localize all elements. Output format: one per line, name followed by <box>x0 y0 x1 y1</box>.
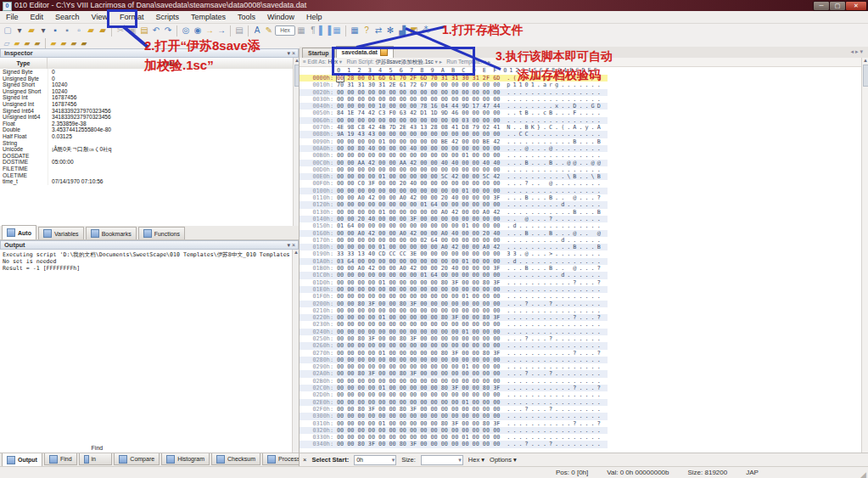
hex-row[interactable]: 0090h:00 00 00 00 01 00 00 00 00 00 BE 4… <box>300 138 608 145</box>
tab-compare[interactable]: Compare <box>114 453 160 465</box>
calculator-icon[interactable]: ▦ <box>349 25 361 37</box>
hex-row[interactable]: 0260h:00 00 00 00 00 00 00 00 00 00 00 0… <box>300 342 608 349</box>
hex-row[interactable]: 0040h:00 00 00 00 10 00 00 00 78 16 04 4… <box>300 103 608 110</box>
inspector-row[interactable]: Unsigned Short10240 <box>0 88 293 95</box>
menu-window[interactable]: Window <box>261 11 300 23</box>
save-all-icon[interactable]: ▫ <box>73 25 85 37</box>
inspector-row[interactable]: DOSDATE <box>0 153 293 160</box>
hex-row[interactable]: 0300h:00 00 00 00 00 00 00 00 00 00 00 0… <box>300 413 608 419</box>
menu-search[interactable]: Search <box>49 11 86 23</box>
inspector-row[interactable]: Unsigned Int643418339237970323456 <box>0 114 293 121</box>
hex-row[interactable]: 00B0h:00 00 00 00 00 00 00 00 00 00 00 0… <box>300 152 608 159</box>
inspector-close-icon[interactable]: × <box>292 50 295 56</box>
hex-row[interactable]: 01A0h:03 64 00 00 00 00 00 00 00 00 00 0… <box>300 258 608 265</box>
goto-icon[interactable]: → <box>204 25 216 37</box>
menu-edit[interactable]: Edit <box>25 11 50 23</box>
inspector-row[interactable]: OLETIME <box>0 172 293 179</box>
tab-functions[interactable]: Functions <box>138 227 185 239</box>
hex-row[interactable]: 0320h:00 00 00 00 00 00 00 00 00 00 00 0… <box>300 427 608 434</box>
inspector-row[interactable]: Half Float0.03125 <box>0 133 293 140</box>
hex-row[interactable]: 0100h:00 00 00 00 00 00 00 00 00 00 00 0… <box>300 188 608 194</box>
hex-row[interactable]: 02D0h:00 00 00 00 00 00 00 00 00 00 00 0… <box>300 391 608 398</box>
split-columns-icon[interactable]: ▌▐ <box>319 25 331 37</box>
hex-row[interactable]: 0050h:84 1E 74 42 C3 F0 63 42 D1 1D 9D 4… <box>300 110 608 116</box>
hex-row[interactable]: 02A0h:00 00 80 3F 00 00 80 3F 00 00 00 0… <box>300 370 608 377</box>
tab-find-in-files[interactable]: Find in Files <box>79 453 113 465</box>
hex-row[interactable]: 0160h:00 00 A0 42 00 00 A0 42 00 00 A0 4… <box>300 230 608 237</box>
tab-bookmarks[interactable]: Bookmarks <box>86 227 137 239</box>
selection-bar-close-icon[interactable]: × <box>303 453 306 466</box>
hex-row[interactable]: 0190h:33 33 13 40 CD CC CC 3E 00 00 00 0… <box>300 250 608 257</box>
hex-row[interactable]: 0250h:00 00 80 3F 00 00 80 3F 00 00 00 0… <box>300 335 608 342</box>
menu-help[interactable]: Help <box>300 11 328 23</box>
byte-grid-icon[interactable]: ▦ <box>331 25 343 37</box>
new-template-icon[interactable]: ▰ <box>59 39 69 48</box>
font-icon[interactable]: A <box>251 25 263 37</box>
select-options-dropdown[interactable]: Options ▾ <box>490 453 517 466</box>
hex-row[interactable]: 01F0h:00 00 00 00 00 00 00 00 00 00 00 0… <box>300 293 608 300</box>
inspector-row[interactable]: Signed Int643418339237970323456 <box>0 108 293 115</box>
save-as-icon[interactable]: ▪ <box>61 25 73 37</box>
run-script-icon[interactable]: ▰ <box>32 39 42 48</box>
close-button[interactable]: ✕ <box>845 1 867 11</box>
select-size-input[interactable]: ▾ <box>421 455 463 465</box>
find-icon[interactable]: ◎ <box>180 25 192 37</box>
menu-templates[interactable]: Templates <box>185 11 232 23</box>
hex-row[interactable]: 0230h:00 00 00 00 00 00 00 00 00 00 00 0… <box>300 321 608 328</box>
hex-row[interactable]: 00C0h:00 00 AA 42 00 00 AA 42 00 00 40 4… <box>300 160 608 166</box>
hex-row[interactable]: 0060h:00 00 00 00 00 00 00 00 00 00 00 0… <box>300 117 608 124</box>
hex-row[interactable]: 02C0h:00 00 00 00 01 00 00 00 00 00 80 3… <box>300 385 608 391</box>
hex-row[interactable]: 01E0h:00 00 00 00 00 00 00 00 00 00 00 0… <box>300 286 608 293</box>
hex-row[interactable]: 0310h:00 00 00 00 01 00 00 00 00 00 80 3… <box>300 420 608 427</box>
hex-row[interactable]: 0030h:00 00 00 00 00 00 00 00 00 00 00 0… <box>300 96 608 103</box>
tab-scroll-buttons[interactable]: ◂ ▸ ▾ <box>851 48 863 55</box>
inspector-row[interactable]: DOSTIME05:00:00 <box>0 159 293 166</box>
open-file-icon[interactable]: ▰ <box>25 25 37 37</box>
resize-grip[interactable]: ◢ <box>860 469 866 478</box>
tools-icon[interactable]: ✻ <box>384 25 396 37</box>
tab-auto[interactable]: Auto <box>2 225 36 239</box>
new-file-dropdown-icon[interactable]: ▾ <box>14 25 25 37</box>
new-file-icon[interactable]: ▢ <box>2 25 14 37</box>
hex-row[interactable]: 0180h:00 00 00 00 01 00 00 00 00 00 A0 4… <box>300 244 608 250</box>
hex-row[interactable]: 00E0h:00 00 00 00 01 00 00 00 00 00 5C 4… <box>300 173 608 180</box>
menu-tools[interactable]: Tools <box>232 11 261 23</box>
hex-row[interactable]: 0210h:00 00 00 00 00 00 00 00 00 00 00 0… <box>300 307 608 314</box>
new-script-icon[interactable]: ▰ <box>12 39 22 48</box>
edit-script-icon[interactable]: ▰ <box>22 39 32 48</box>
hex-row[interactable]: 0290h:00 00 00 00 00 00 00 00 00 00 00 0… <box>300 363 608 370</box>
maximize-button[interactable]: ▢ <box>829 1 846 11</box>
hex-row[interactable]: 0340h:00 00 80 3F 00 00 80 3F 00 00 00 0… <box>300 441 608 447</box>
hex-row[interactable]: 02B0h:00 00 00 00 00 00 00 00 00 00 00 0… <box>300 378 608 385</box>
undo-icon[interactable]: ↶ <box>150 25 162 37</box>
hex-row[interactable]: 01D0h:00 00 00 00 01 00 00 00 00 00 80 3… <box>300 279 608 286</box>
inspector-row[interactable]: Unicode¡Å憨0天ㄱ口殷㎝く0社q <box>0 146 293 153</box>
hex-row[interactable]: 0270h:00 00 00 00 01 00 00 00 00 00 80 3… <box>300 350 608 357</box>
hex-row[interactable]: 0130h:00 00 00 00 01 00 00 00 00 00 A0 4… <box>300 209 608 216</box>
hex-row[interactable]: 0080h:9A 19 43 43 00 00 00 00 00 00 00 0… <box>300 131 608 138</box>
menu-file[interactable]: File <box>0 11 25 23</box>
hex-grid[interactable]: 0000h:00 28 00 01 6D 61 70 2F 6D 70 31 3… <box>300 75 861 453</box>
status-charset[interactable]: JAP <box>746 467 759 478</box>
hex-row[interactable]: 01C0h:00 00 00 00 00 00 00 00 01 64 00 0… <box>300 272 608 278</box>
run-template-icon[interactable]: ▰ <box>79 39 89 48</box>
inspector-row[interactable]: Unsigned Byte0 <box>0 76 293 82</box>
inspector-row[interactable]: Unsigned Int16787456 <box>0 101 293 108</box>
find-replace-icon[interactable]: ◉ <box>192 25 204 37</box>
tab-histogram[interactable]: Histogram <box>161 453 210 465</box>
document-tab-startup[interactable]: Startup <box>302 48 335 58</box>
hex-row[interactable]: 0170h:00 00 00 00 00 00 00 00 02 64 00 0… <box>300 237 608 244</box>
inspector-row[interactable]: Signed Int16787456 <box>0 94 293 101</box>
tab-output[interactable]: Output <box>2 453 42 467</box>
redo-icon[interactable]: ↷ <box>162 25 174 37</box>
tab-find[interactable]: Find <box>44 453 77 465</box>
hex-row[interactable]: 0150h:01 64 00 00 00 00 00 00 00 00 00 0… <box>300 222 608 229</box>
open-template-icon[interactable]: ▰ <box>48 39 59 48</box>
hex-row[interactable]: 0220h:00 00 00 00 01 00 00 00 00 00 80 3… <box>300 314 608 321</box>
menu-scripts[interactable]: Scripts <box>149 11 185 23</box>
jump-icon[interactable]: → <box>216 25 227 37</box>
hex-row[interactable]: 00D0h:00 00 00 00 00 00 00 00 00 00 00 0… <box>300 166 608 173</box>
hex-row[interactable]: 0120h:00 00 00 00 00 00 00 00 01 64 00 0… <box>300 201 608 208</box>
save-icon[interactable]: ▪ <box>49 25 61 37</box>
hex-row[interactable]: 01B0h:00 00 A0 42 00 00 A0 42 00 00 20 4… <box>300 265 608 272</box>
